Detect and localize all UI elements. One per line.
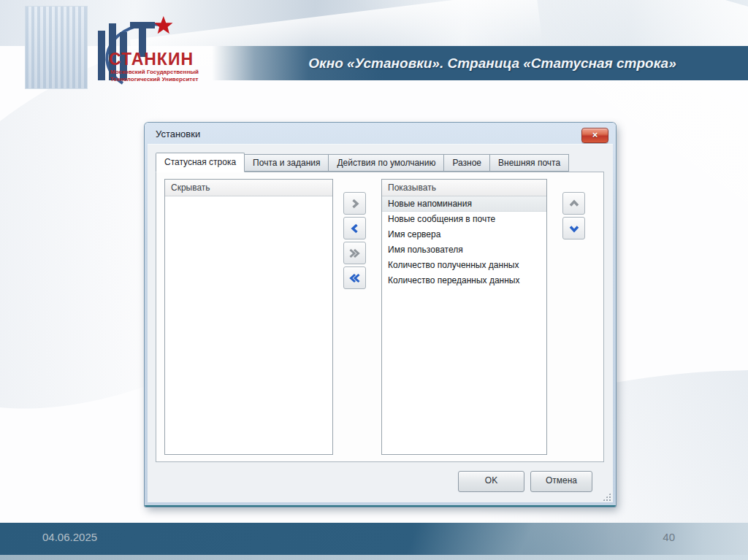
dialog-title: Установки [156,129,200,139]
tab-status-bar[interactable]: Статусная строка [156,153,245,172]
title-banner: Окно «Установки». Страница «Статусная ст… [212,46,748,80]
close-icon[interactable]: × [581,128,608,143]
chevron-up-icon [568,198,580,210]
move-all-right-button[interactable] [343,242,366,264]
logo-org-line1: Московский Государственный [110,69,199,76]
show-list-item[interactable]: Новые сообщения в почте [382,212,546,227]
show-list-header: Показывать [382,180,546,196]
footer-bottom-strip [0,555,748,560]
slide-title: Окно «Установки». Страница «Статусная ст… [283,55,676,72]
presentation-slide: СТАНКИН Московский Государственный Техно… [0,0,748,560]
footer-bar: 04.06.2025 40 [0,523,748,555]
double-chevron-right-icon [348,248,361,259]
page-number: 40 [663,523,675,555]
logo-name: СТАНКИН [109,50,194,69]
show-list-item[interactable]: Имя пользователя [382,242,546,258]
ok-button[interactable]: OK [458,471,524,492]
hide-listbox[interactable]: Скрывать [164,179,333,455]
tab-default-actions[interactable]: Действия по умолчанию [328,154,444,172]
show-listbox[interactable]: Показывать Новые напоминания Новые сообщ… [381,179,547,455]
chevron-down-icon [568,223,580,234]
show-list-item[interactable]: Имя сервера [382,227,546,242]
chevron-right-icon [349,198,361,210]
chevron-left-icon [349,223,361,234]
move-up-button[interactable] [562,192,585,215]
tab-misc[interactable]: Разное [443,154,490,172]
move-left-button[interactable] [343,217,366,239]
tab-page-status-bar: Скрывать [156,172,604,462]
tab-external-mail[interactable]: Внешняя почта [489,154,569,172]
show-list-item[interactable]: Новые напоминания [382,196,546,212]
dialog-tab-bar: Статусная строка Почта и задания Действи… [156,153,568,172]
logo-organization: Московский Государственный Технологическ… [110,69,199,83]
double-chevron-left-icon [348,272,361,284]
move-right-button[interactable] [343,192,366,215]
footer-date: 04.06.2025 [42,523,97,555]
tab-mail-and-tasks[interactable]: Почта и задания [244,154,329,172]
move-all-left-button[interactable] [343,266,366,289]
logo-org-line2: Технологический Университет [110,76,199,83]
university-building-image [25,6,88,89]
cancel-button[interactable]: Отмена [530,471,592,492]
show-list-item[interactable]: Количество переданных данных [382,273,546,288]
show-list-item[interactable]: Количество полученных данных [382,258,546,273]
move-down-button[interactable] [562,217,585,239]
hide-list-header: Скрывать [165,180,332,196]
settings-dialog-window: Установки × Статусная строка Почта и зад… [145,123,616,507]
